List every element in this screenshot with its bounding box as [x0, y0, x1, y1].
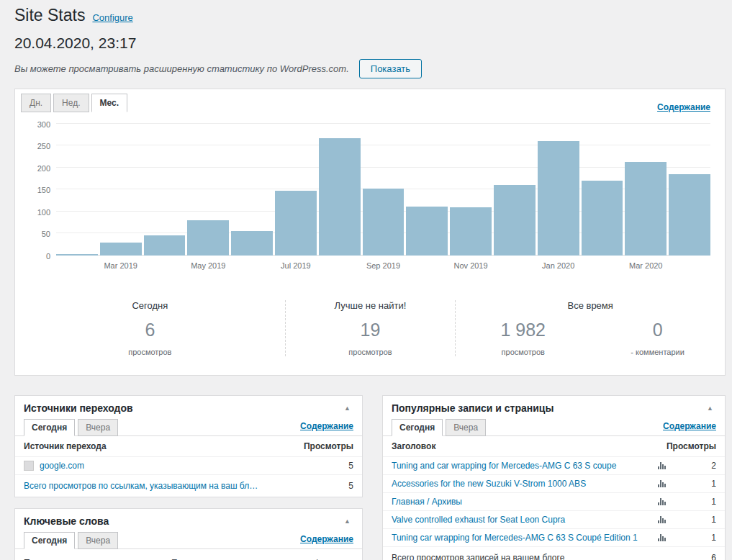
favicon-placeholder-icon: [24, 461, 34, 471]
x-axis-label: Mar 2020: [629, 261, 662, 270]
table-total-row: Всего просмотров по ссылкам, указывающим…: [15, 475, 362, 497]
tab-weeks[interactable]: Нед.: [53, 94, 89, 112]
chart-plot: Mar 2019May 2019Jul 2019Sep 2019Nov 2019…: [56, 124, 710, 256]
chart-bar[interactable]: [187, 220, 229, 256]
tab-today[interactable]: Сегодня: [24, 532, 75, 549]
tab-today[interactable]: Сегодня: [392, 419, 443, 436]
collapse-icon[interactable]: ▲: [704, 403, 716, 413]
top-posts-total-label: Всего просмотров записей на вашем блоге: [392, 553, 666, 560]
tab-yesterday[interactable]: Вчера: [446, 419, 486, 436]
table-row: Tuning car wrapping for Mercedes-AMG C 6…: [383, 529, 725, 547]
collapse-icon[interactable]: ▲: [341, 516, 353, 526]
referrers-contents-link[interactable]: Содержание: [300, 421, 353, 435]
views-bar-chart: 050100150200250300 Mar 2019May 2019Jul 2…: [15, 118, 710, 281]
panel-title: Ключевые слова: [24, 515, 109, 527]
chart-bar[interactable]: [100, 243, 142, 256]
bar-slot: [582, 124, 623, 256]
table-row: Главная / Архивы 1: [383, 493, 725, 511]
chart-bar[interactable]: [319, 138, 361, 256]
y-axis-label: 0: [23, 252, 50, 261]
x-axis-label: Mar 2019: [104, 261, 137, 270]
post-link[interactable]: Accessories for the new Suzuki V-Strom 1…: [392, 479, 658, 489]
summary-unit: просмотров: [15, 348, 285, 356]
keywords-contents-link[interactable]: Содержание: [300, 534, 353, 548]
chart-bar[interactable]: [363, 189, 405, 256]
chart-bar[interactable]: [625, 162, 667, 256]
sparkline-icon[interactable]: [658, 515, 666, 523]
right-column: Популярные записи и страницы ▲ Сегодня В…: [382, 395, 726, 560]
sparkline-icon[interactable]: [658, 497, 666, 505]
views-count: 5: [303, 481, 353, 491]
chart-bar[interactable]: [538, 141, 579, 256]
summary-unit: просмотров: [286, 348, 456, 356]
page-title: Site Stats: [14, 6, 85, 26]
collapse-icon[interactable]: ▲: [341, 403, 353, 413]
column-header: Просмотры: [667, 441, 716, 451]
views-count: 1: [666, 533, 716, 543]
top-posts-panel: Популярные записи и страницы ▲ Сегодня В…: [382, 395, 726, 560]
chart-bar[interactable]: [144, 235, 186, 256]
chart-bar[interactable]: [231, 231, 273, 256]
views-count: 1: [666, 479, 716, 489]
chart-bar[interactable]: [669, 174, 710, 256]
table-row: Tuning and car wrapping for Mercedes-AMG…: [383, 457, 725, 475]
panel-header: Ключевые слова ▲: [15, 509, 362, 532]
post-link[interactable]: Tuning and car wrapping for Mercedes-AMG…: [392, 461, 658, 471]
bar-slot: May 2019: [187, 124, 229, 256]
chart-bar[interactable]: [582, 181, 623, 256]
views-count: 5: [303, 461, 353, 471]
promo-text: Вы можете просматривать расширенную стат…: [14, 63, 349, 74]
sparkline-icon[interactable]: [658, 533, 666, 541]
views-count: 2: [666, 461, 716, 471]
chart-bar[interactable]: [275, 191, 317, 256]
tab-months[interactable]: Мес.: [91, 94, 128, 112]
y-axis-label: 250: [23, 142, 50, 150]
site-stats-page: Site Stats Configure 20.04.2020, 23:17 В…: [0, 0, 732, 560]
summary-label: Сегодня: [15, 300, 285, 311]
promo-row: Вы можете просматривать расширенную стат…: [14, 59, 726, 78]
chart-bar[interactable]: [406, 207, 448, 256]
top-posts-tabs: Сегодня Вчера Содержание: [383, 419, 725, 436]
summary-value: 19: [286, 320, 456, 340]
referrer-link[interactable]: google.com: [40, 461, 303, 471]
chart-bar[interactable]: [450, 207, 492, 256]
chart-panel: Дн. Нед. Мес. Содержание 050100150200250…: [14, 89, 726, 376]
bar-slot: Mar 2019: [100, 124, 142, 256]
bar-slot: Nov 2019: [450, 124, 492, 256]
show-stats-button[interactable]: Показать: [359, 59, 422, 78]
date-heading: 20.04.2020, 23:17: [14, 35, 726, 52]
referrers-total-link[interactable]: Всего просмотров по ссылкам, указывающим…: [24, 481, 303, 491]
x-axis-label: Nov 2019: [454, 261, 488, 270]
chart-contents-link[interactable]: Содержание: [657, 102, 710, 112]
tab-days[interactable]: Дн.: [21, 94, 51, 112]
panel-header: Источники переходов ▲: [15, 396, 362, 419]
keywords-tabs: Сегодня Вчера Содержание: [15, 532, 362, 549]
post-link[interactable]: Valve controlled exhaust for Seat Leon C…: [392, 515, 658, 525]
column-header: Заголовок: [392, 441, 435, 451]
referrers-panel: Источники переходов ▲ Сегодня Вчера Соде…: [14, 395, 363, 497]
table-header: Заголовок Просмотры: [383, 436, 725, 457]
panel-title: Популярные записи и страницы: [392, 402, 553, 414]
summary-label: Лучше не найти!: [286, 300, 456, 311]
tab-yesterday[interactable]: Вчера: [78, 419, 118, 436]
x-axis-label: May 2019: [191, 261, 225, 270]
post-link[interactable]: Tuning car wrapping for Mercedes-AMG C 6…: [392, 533, 658, 543]
panel-header: Популярные записи и страницы ▲: [383, 396, 725, 419]
panel-columns: Источники переходов ▲ Сегодня Вчера Соде…: [14, 395, 726, 560]
post-link[interactable]: Главная / Архивы: [392, 497, 658, 507]
y-axis-label: 150: [23, 186, 50, 194]
bar-slot: Jan 2020: [538, 124, 579, 256]
chart-bar[interactable]: [56, 254, 98, 256]
table-row: Valve controlled exhaust for Seat Leon C…: [383, 511, 725, 529]
table-row: google.com 5: [15, 457, 362, 475]
sparkline-icon[interactable]: [658, 479, 666, 487]
views-count: 1: [666, 497, 716, 507]
tab-yesterday[interactable]: Вчера: [78, 532, 118, 549]
configure-link[interactable]: Configure: [92, 12, 132, 23]
top-posts-contents-link[interactable]: Содержание: [663, 421, 716, 435]
tab-today[interactable]: Сегодня: [24, 419, 75, 436]
sparkline-icon[interactable]: [658, 461, 666, 469]
bar-slot: [231, 124, 273, 256]
x-axis-label: Sep 2019: [366, 261, 400, 270]
chart-bar[interactable]: [494, 185, 536, 256]
